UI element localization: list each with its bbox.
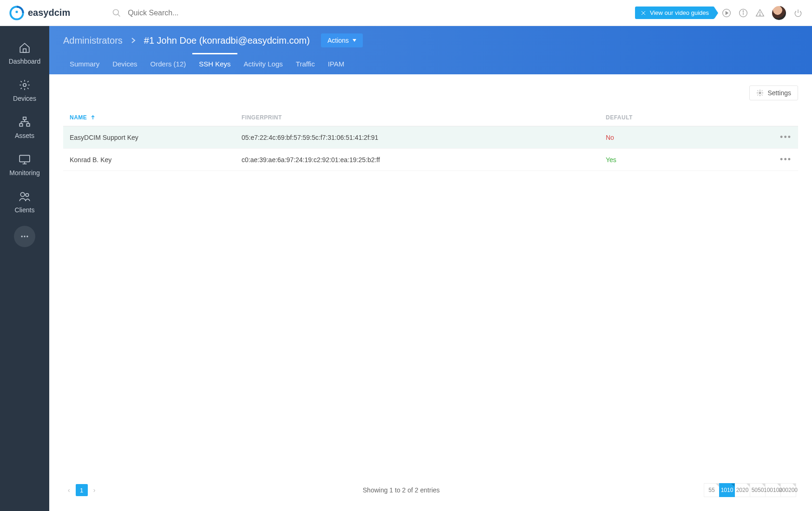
breadcrumb-root[interactable]: Administrators [63, 35, 123, 46]
info-icon[interactable] [739, 8, 748, 18]
gear-icon [756, 89, 764, 97]
power-icon[interactable] [793, 8, 803, 18]
settings-label: Settings [767, 89, 791, 97]
svg-point-27 [26, 194, 28, 197]
breadcrumb-current: #1 John Doe (konradbi@easydcim.com) [144, 35, 310, 46]
tab-summary[interactable]: Summary [63, 53, 106, 74]
sidebar-item-label: Dashboard [9, 58, 41, 65]
tab-orders[interactable]: Orders (12) [144, 53, 193, 74]
pagination: ‹ 1 › [65, 484, 98, 496]
ssh-keys-table: NAME FINGERPRINT DEFAULT EasyDCIM Suppor… [63, 109, 798, 171]
chevron-right-icon [131, 37, 136, 44]
sort-asc-icon [91, 115, 95, 120]
avatar[interactable] [772, 6, 786, 20]
tab-traffic[interactable]: Traffic [289, 53, 321, 74]
cell-name: EasyDCIM Support Key [70, 134, 242, 141]
th-default[interactable]: DEFAULT [606, 114, 764, 121]
video-guide-banner[interactable]: View our video guides [635, 7, 714, 19]
th-fingerprint[interactable]: FINGERPRINT [242, 114, 606, 121]
topbar-right: View our video guides [635, 6, 803, 20]
search-wrap [112, 8, 249, 18]
sidebar-item-monitoring[interactable]: Monitoring [0, 149, 49, 181]
caret-down-icon [353, 39, 356, 42]
svg-marker-31 [353, 39, 356, 42]
brand-name: easydcim [28, 7, 70, 18]
tab-ssh-keys[interactable]: SSH Keys [192, 53, 237, 74]
page-size-5[interactable]: 55 [704, 483, 720, 497]
pagination-page-1[interactable]: 1 [76, 484, 88, 496]
tab-devices[interactable]: Devices [106, 53, 144, 74]
monitor-icon [19, 153, 31, 165]
cell-fingerprint: c0:ae:39:ae:6a:97:24:19:c2:92:01:ea:19:2… [242, 156, 606, 164]
svg-rect-18 [26, 124, 30, 126]
actions-button[interactable]: Actions [321, 33, 363, 47]
page-size-10[interactable]: 1010 [719, 483, 735, 497]
svg-point-12 [760, 14, 760, 15]
search-input[interactable] [128, 9, 249, 17]
svg-point-30 [26, 236, 28, 237]
main: Dashboard Devices Assets Monitoring Clie… [0, 26, 812, 511]
tab-activity-logs[interactable]: Activity Logs [237, 53, 289, 74]
page-size-selector: 55 1010 2020 5050 100100 200200 [704, 483, 796, 497]
pagination-next[interactable]: › [91, 485, 98, 496]
row-actions[interactable]: ••• [764, 155, 792, 164]
cell-fingerprint: 05:e7:22:4c:69:bf:57:59:5c:f7:31:06:51:4… [242, 134, 606, 141]
page-size-50[interactable]: 5050 [750, 483, 766, 497]
sidebar-item-assets[interactable]: Assets [0, 111, 49, 144]
brand-icon [9, 6, 24, 20]
topbar: easydcim View our video guides [0, 0, 812, 26]
sidebar-item-label: Clients [15, 206, 35, 214]
table-row[interactable]: EasyDCIM Support Key 05:e7:22:4c:69:bf:5… [63, 126, 798, 149]
sidebar: Dashboard Devices Assets Monitoring Clie… [0, 26, 49, 511]
svg-rect-14 [23, 49, 26, 52]
video-guide-label: View our video guides [650, 9, 709, 16]
cell-default: Yes [606, 156, 764, 164]
sidebar-item-label: Assets [15, 132, 34, 139]
tab-ipam[interactable]: IPAM [321, 53, 351, 74]
alert-triangle-icon[interactable] [755, 8, 765, 18]
page-size-100[interactable]: 100100 [765, 483, 781, 497]
search-icon [112, 8, 121, 18]
table-footer: ‹ 1 › Showing 1 to 2 of 2 entries 55 101… [63, 475, 798, 500]
sidebar-item-clients[interactable]: Clients [0, 186, 49, 218]
pagination-info: Showing 1 to 2 of 2 entries [363, 486, 440, 494]
svg-line-3 [118, 14, 120, 16]
body-area: Settings NAME FINGERPRINT DEFAULT EasyDC… [49, 74, 812, 511]
sidebar-item-label: Devices [13, 95, 36, 102]
svg-marker-7 [726, 11, 728, 14]
page-size-200[interactable]: 200200 [780, 483, 796, 497]
breadcrumb: Administrators #1 John Doe (konradbi@eas… [49, 26, 812, 53]
close-icon [641, 10, 646, 16]
th-name[interactable]: NAME [70, 114, 242, 121]
tabs: Summary Devices Orders (12) SSH Keys Act… [49, 53, 812, 74]
sidebar-item-label: Monitoring [9, 169, 39, 177]
settings-button[interactable]: Settings [749, 85, 798, 100]
pagination-prev[interactable]: ‹ [65, 485, 73, 496]
content: Administrators #1 John Doe (konradbi@eas… [49, 26, 812, 511]
body-top: Settings [63, 85, 798, 100]
sidebar-item-devices[interactable]: Devices [0, 74, 49, 107]
page-size-20[interactable]: 2020 [734, 483, 750, 497]
page-header: Administrators #1 John Doe (konradbi@eas… [49, 26, 812, 74]
sidebar-item-dashboard[interactable]: Dashboard [0, 37, 49, 70]
svg-point-32 [759, 92, 761, 94]
actions-label: Actions [327, 37, 349, 44]
svg-point-26 [20, 192, 25, 197]
sidebar-more[interactable] [14, 226, 35, 247]
svg-rect-23 [20, 155, 30, 162]
svg-point-10 [743, 11, 744, 12]
svg-point-15 [23, 84, 26, 87]
cell-default: No [606, 134, 764, 141]
svg-rect-1 [16, 11, 18, 13]
table-header-row: NAME FINGERPRINT DEFAULT [63, 109, 798, 126]
svg-point-28 [21, 236, 23, 237]
svg-rect-16 [23, 117, 26, 119]
home-icon [19, 42, 31, 54]
more-horizontal-icon [20, 232, 29, 241]
svg-point-29 [24, 236, 25, 237]
cell-name: Konrad B. Key [70, 156, 242, 164]
row-actions[interactable]: ••• [764, 132, 792, 142]
table-row[interactable]: Konrad B. Key c0:ae:39:ae:6a:97:24:19:c2… [63, 149, 798, 171]
play-circle-icon[interactable] [722, 8, 731, 18]
logo[interactable]: easydcim [9, 6, 70, 20]
